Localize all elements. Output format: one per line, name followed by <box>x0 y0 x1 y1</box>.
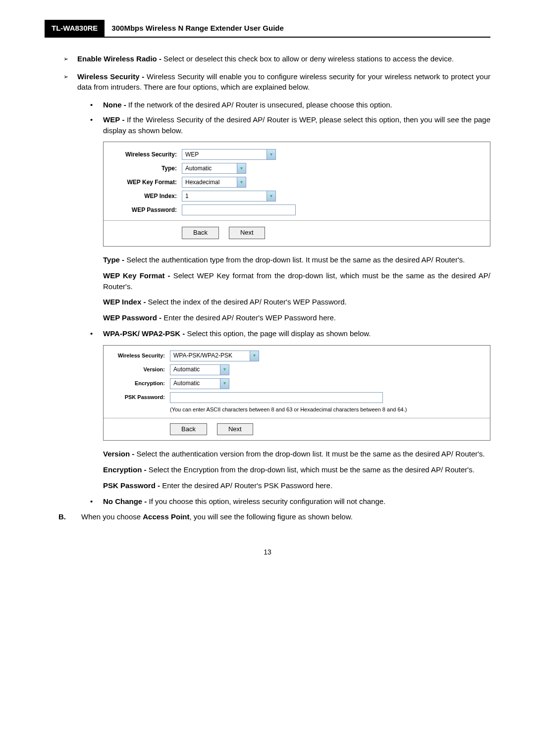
back-button[interactable]: Back <box>182 227 219 239</box>
wep-form-figure: Wireless Security: WEP ▾ Type: Automatic… <box>103 142 490 247</box>
divider <box>104 220 490 221</box>
desc-version: Version - Select the authentication vers… <box>103 449 490 459</box>
sub-wpa: • WPA-PSK/ WPA2-PSK - Select this option… <box>90 328 490 339</box>
input-wep-password[interactable] <box>182 204 296 215</box>
page-header: TL-WA830RE 300Mbps Wireless N Range Exte… <box>45 20 490 38</box>
label-psk-password: PSK Password: <box>110 394 170 402</box>
label-version: Version: <box>110 366 170 374</box>
label-type: Type: <box>112 164 182 173</box>
next-button[interactable]: Next <box>229 227 265 239</box>
desc-wep-password: WEP Password - Enter the desired AP/ Rou… <box>103 312 490 323</box>
dot-icon: • <box>90 328 103 339</box>
bullet-enable-radio: ➢ Enable Wireless Radio - Select or dese… <box>63 53 490 64</box>
sub-wep: • WEP - If the Wireless Security of the … <box>90 114 490 136</box>
desc-wep-index: WEP Index - Select the index of the desi… <box>103 297 490 307</box>
select-wireless-security[interactable]: WEP ▾ <box>182 149 276 160</box>
label-wep-password: WEP Password: <box>112 206 182 214</box>
select-type[interactable]: Automatic ▾ <box>182 163 246 174</box>
sub-none: • None - If the network of the desired A… <box>90 100 490 110</box>
dot-icon: • <box>90 496 103 507</box>
bullet-wireless-security: ➢ Wireless Security - Wireless Security … <box>63 71 490 93</box>
next-button[interactable]: Next <box>217 423 253 436</box>
desc-encryption: Encryption - Select the Encryption from … <box>103 464 490 475</box>
bullet-text: Wireless Security - Wireless Security wi… <box>77 71 490 93</box>
input-psk-password[interactable] <box>170 392 383 403</box>
back-button[interactable]: Back <box>170 423 207 436</box>
arrow-icon: ➢ <box>63 71 77 93</box>
chevron-down-icon: ▾ <box>267 191 275 201</box>
arrow-icon: ➢ <box>63 53 77 64</box>
label-wep-index: WEP Index: <box>112 192 182 201</box>
dot-icon: • <box>90 100 103 110</box>
select-wep-index[interactable]: 1 ▾ <box>182 191 276 202</box>
chevron-down-icon: ▾ <box>237 163 246 173</box>
label-wireless-security: Wireless Security: <box>110 352 170 360</box>
desc-wep-key-format: WEP Key Format - Select WEP Key format f… <box>103 270 490 292</box>
dot-icon: • <box>90 114 103 136</box>
select-wireless-security-wpa[interactable]: WPA-PSK/WPA2-PSK ▾ <box>170 351 259 361</box>
header-model: TL-WA830RE <box>45 20 105 37</box>
psk-hint: (You can enter ASCII characters between … <box>170 406 483 414</box>
select-encryption[interactable]: Automatic ▾ <box>170 378 229 389</box>
label-wep-key-format: WEP Key Format: <box>112 178 182 187</box>
header-title: 300Mbps Wireless N Range Extender User G… <box>105 20 290 37</box>
step-b: B. When you choose Access Point, you wil… <box>58 511 490 522</box>
chevron-down-icon: ▾ <box>250 351 259 361</box>
sub-no-change: • No Change - If you choose this option,… <box>90 496 490 507</box>
divider <box>104 418 490 418</box>
chevron-down-icon: ▾ <box>237 177 246 187</box>
chevron-down-icon: ▾ <box>220 365 229 375</box>
page-number: 13 <box>45 547 490 557</box>
desc-type: Type - Select the authentication type fr… <box>103 254 490 265</box>
label-encryption: Encryption: <box>110 380 170 388</box>
chevron-down-icon: ▾ <box>220 379 229 389</box>
label-wireless-security: Wireless Security: <box>112 151 182 159</box>
select-version[interactable]: Automatic ▾ <box>170 364 229 375</box>
bullet-text: Enable Wireless Radio - Select or desele… <box>77 53 490 64</box>
chevron-down-icon: ▾ <box>267 150 275 159</box>
desc-psk-password: PSK Password - Enter the desired AP/ Rou… <box>103 480 490 491</box>
step-letter: B. <box>58 511 81 522</box>
wpa-form-figure: Wireless Security: WPA-PSK/WPA2-PSK ▾ Ve… <box>103 345 490 441</box>
select-wep-key-format[interactable]: Hexadecimal ▾ <box>182 177 246 188</box>
